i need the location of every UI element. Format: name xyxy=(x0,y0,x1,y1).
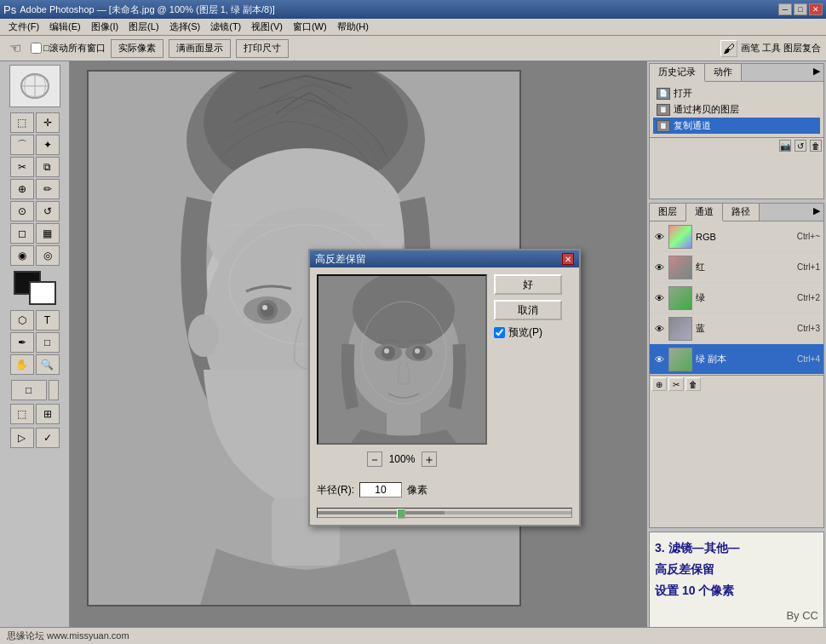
history-panel-arrow[interactable]: ▶ xyxy=(810,64,823,81)
healing-tool[interactable]: ⊕ xyxy=(10,179,34,199)
mode-btn4[interactable]: ✓ xyxy=(36,428,60,448)
history-ctrl-3[interactable]: 🗑 xyxy=(810,140,822,152)
eraser-tool[interactable]: ◻ xyxy=(10,223,34,244)
eye-blue[interactable]: 👁 xyxy=(653,323,665,335)
brush-icon[interactable]: 🖌 xyxy=(720,40,737,57)
scroll-all-windows-checkbox[interactable]: □滚动所有窗口 xyxy=(31,42,106,55)
text-tool[interactable]: T xyxy=(36,310,60,331)
layer-ctrl-2[interactable]: ✂ xyxy=(668,377,684,391)
dialog-close-button[interactable]: ✕ xyxy=(562,253,574,265)
radius-slider[interactable] xyxy=(317,508,572,518)
marquee-tool[interactable]: ⬚ xyxy=(10,112,34,133)
mode-btn1[interactable]: ⬚ xyxy=(10,404,34,424)
minimize-button[interactable]: ─ xyxy=(778,3,792,15)
zoom-level-label: 100% xyxy=(389,453,416,465)
mode-row3: ▷ ✓ xyxy=(10,428,60,448)
toolbox: ⬚ ✛ ⌒ ✦ ✂ ⧉ ⊕ ✏ ⊙ ↺ ◻ ▦ ◉ ◎ xyxy=(0,61,70,644)
annotation-line3: 设置 10 个像素 xyxy=(655,580,818,601)
annotation-line1: 3. 滤镜—其他— xyxy=(655,538,818,559)
preview-checkbox-row[interactable]: 预览(P) xyxy=(494,325,571,340)
mode-quick[interactable] xyxy=(49,380,59,400)
tab-history[interactable]: 历史记录 xyxy=(650,64,705,82)
layer-item-green-copy[interactable]: 👁 绿 副本 Ctrl+4 xyxy=(650,344,823,375)
radius-unit: 像素 xyxy=(407,483,427,497)
layer-name-green-copy: 绿 副本 xyxy=(696,353,726,365)
layers-panel-arrow[interactable]: ▶ xyxy=(810,204,823,221)
zoom-tool[interactable]: 🔍 xyxy=(36,354,60,375)
dialog-cancel-button[interactable]: 取消 xyxy=(494,300,562,320)
hand-tool[interactable]: ☜ xyxy=(5,38,26,59)
title-bar: Ps Adobe Photoshop — [未命名.jpg @ 100% (图层… xyxy=(0,0,826,19)
scroll-checkbox-input[interactable] xyxy=(31,43,42,54)
mode-btn3[interactable]: ▷ xyxy=(10,428,34,448)
menu-window[interactable]: 窗口(W) xyxy=(288,19,332,35)
eye-green-copy[interactable]: 👁 xyxy=(653,354,665,365)
thumb-red xyxy=(668,256,692,279)
radius-area: 半径(R): 像素 xyxy=(310,477,579,508)
mode-normal[interactable]: □ xyxy=(11,380,47,400)
dialog-ok-button[interactable]: 好 xyxy=(494,274,562,295)
menu-filter[interactable]: 滤镜(T) xyxy=(205,19,246,35)
layer-ctrl-3[interactable]: 🗑 xyxy=(685,377,701,391)
path-tool[interactable]: ⬡ xyxy=(10,310,34,331)
history-ctrl-1[interactable]: 📷 xyxy=(779,140,791,152)
mode-btn2[interactable]: ⊞ xyxy=(36,404,60,424)
menu-file[interactable]: 文件(F) xyxy=(3,19,44,35)
layer-item-green[interactable]: 👁 绿 Ctrl+2 xyxy=(650,283,823,313)
tab-channels[interactable]: 通道 xyxy=(686,204,723,221)
eye-red[interactable]: 👁 xyxy=(653,262,665,273)
tab-actions[interactable]: 动作 xyxy=(705,64,742,81)
title-controls[interactable]: ─ □ ✕ xyxy=(778,3,823,15)
move-tool[interactable]: ✛ xyxy=(36,112,60,133)
history-open-icon: 📄 xyxy=(657,88,670,100)
blur-tool[interactable]: ◉ xyxy=(10,245,34,266)
crop-tool[interactable]: ✂ xyxy=(10,157,34,177)
slider-thumb[interactable] xyxy=(397,509,405,519)
lasso-tool[interactable]: ⌒ xyxy=(10,135,34,155)
maximize-button[interactable]: □ xyxy=(794,3,807,15)
dialog-preview-area xyxy=(317,274,487,445)
close-button[interactable]: ✕ xyxy=(809,3,823,15)
history-brush-tool[interactable]: ↺ xyxy=(36,201,60,221)
layers-panel-tabs: 图层 通道 路径 ▶ xyxy=(650,204,823,221)
preview-checkbox[interactable] xyxy=(494,327,505,338)
menu-layer[interactable]: 图层(L) xyxy=(123,19,163,35)
hand-tool-box[interactable]: ✋ xyxy=(10,354,34,375)
print-size-button[interactable]: 打印尺寸 xyxy=(236,39,289,58)
eye-rgb[interactable]: 👁 xyxy=(653,231,665,243)
dodge-tool[interactable]: ◎ xyxy=(36,245,60,266)
history-item-open[interactable]: 📄 打开 xyxy=(653,85,820,101)
slice-tool[interactable]: ⧉ xyxy=(36,157,60,177)
menu-edit[interactable]: 编辑(E) xyxy=(44,19,86,35)
wand-tool[interactable]: ✦ xyxy=(36,135,60,155)
tool-preview xyxy=(9,65,60,107)
menu-select[interactable]: 选择(S) xyxy=(164,19,206,35)
fit-screen-button[interactable]: 满画面显示 xyxy=(169,39,231,58)
shape-tool[interactable]: □ xyxy=(36,332,60,353)
mode-buttons: □ xyxy=(11,380,59,400)
zoom-out-button[interactable]: － xyxy=(367,451,382,467)
layer-item-blue[interactable]: 👁 蓝 Ctrl+3 xyxy=(650,313,823,344)
menu-image[interactable]: 图像(I) xyxy=(86,19,123,35)
menu-help[interactable]: 帮助(H) xyxy=(332,19,374,35)
history-item-copy-channel[interactable]: 📋 复制通道 xyxy=(653,118,820,134)
tool-row-4: ⊕ ✏ xyxy=(10,179,60,199)
eye-green[interactable]: 👁 xyxy=(653,292,665,304)
clone-tool[interactable]: ⊙ xyxy=(10,201,34,221)
main-area: ⬚ ✛ ⌒ ✦ ✂ ⧉ ⊕ ✏ ⊙ ↺ ◻ ▦ ◉ ◎ xyxy=(0,61,826,644)
history-item-duplicate[interactable]: 📋 通过拷贝的图层 xyxy=(653,101,820,118)
layer-ctrl-1[interactable]: ⊕ xyxy=(651,377,667,391)
layer-item-red[interactable]: 👁 红 Ctrl+1 xyxy=(650,252,823,283)
pen-tool[interactable]: ✒ xyxy=(10,332,34,353)
actual-pixels-button[interactable]: 实际像素 xyxy=(111,39,163,58)
radius-input[interactable] xyxy=(359,482,402,497)
zoom-in-button[interactable]: ＋ xyxy=(422,451,437,467)
tab-paths[interactable]: 路径 xyxy=(723,204,760,221)
gradient-tool[interactable]: ▦ xyxy=(36,223,60,244)
menu-view[interactable]: 视图(V) xyxy=(246,19,288,35)
brush-tool[interactable]: ✏ xyxy=(36,179,60,199)
background-color[interactable] xyxy=(29,281,56,305)
tab-layers[interactable]: 图层 xyxy=(650,204,686,221)
history-ctrl-2[interactable]: ↺ xyxy=(794,140,806,152)
layer-item-rgb[interactable]: 👁 RGB Ctrl+~ xyxy=(650,221,823,252)
